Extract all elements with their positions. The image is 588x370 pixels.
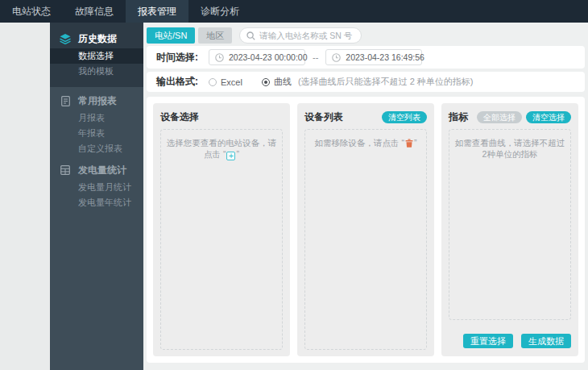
sidebar-group-energy-stats-title[interactable]: 发电量统计 — [50, 160, 143, 180]
table-icon — [60, 165, 71, 175]
top-navbar: 电站状态 故障信息 报表管理 诊断分析 — [0, 0, 588, 23]
device-select-dropzone[interactable]: 选择您要查看的电站设备，请点击 “+” — [160, 129, 283, 350]
radio-excel[interactable]: Excel — [209, 77, 242, 87]
main-content: 电站/SN 地区 时间选择: — [143, 23, 588, 370]
start-datetime-value: 2023-04-23 00:00:00 — [229, 52, 308, 62]
nav-item-report-management[interactable]: 报表管理 — [126, 0, 188, 23]
layers-icon — [60, 34, 71, 44]
select-all-indicators-button[interactable]: 全部选择 — [477, 111, 522, 123]
date-range-separator: -- — [313, 52, 318, 62]
indicators-title: 指标 — [449, 110, 473, 124]
nav-item-fault-info[interactable]: 故障信息 — [63, 0, 126, 23]
sidebar-group-history: 历史数据 数据选择 我的模板 — [50, 23, 143, 87]
panel-footer-actions: 重置选择 生成数据 — [449, 334, 571, 350]
clock-icon — [215, 53, 224, 62]
device-select-panel-header: 设备选择 — [160, 110, 283, 124]
device-list-dropzone[interactable]: 如需移除设备，请点击 “” — [304, 129, 427, 350]
clear-device-list-button[interactable]: 清空列表 — [382, 111, 427, 123]
search-icon — [246, 31, 255, 40]
output-format-label: 输出格式: — [156, 75, 198, 89]
sidebar-item-my-templates[interactable]: 我的模板 — [50, 64, 143, 79]
indicators-placeholder: 如需查看曲线，请选择不超过2种单位的指标 — [454, 137, 565, 160]
sidebar-item-energy-yearly-stats[interactable]: 发电量年统计 — [50, 195, 143, 210]
time-select-label: 时间选择: — [156, 51, 198, 64]
device-list-panel-header: 设备列表 清空列表 — [304, 110, 427, 124]
search-input[interactable] — [259, 31, 354, 40]
reset-selection-button[interactable]: 重置选择 — [463, 334, 513, 348]
selection-container: 设备选择 选择您要查看的电站设备，请点击 “+” 设备列表 清空列表 如需移除设… — [147, 97, 585, 363]
clock-icon — [332, 53, 341, 62]
document-icon — [60, 96, 71, 106]
indicators-panel: 指标 全部选择 清空选择 如需查看曲线，请选择不超过2种单位的指标 重置选择 生… — [441, 103, 578, 356]
region-tab[interactable]: 地区 — [198, 27, 232, 44]
device-list-panel: 设备列表 清空列表 如需移除设备，请点击 “” — [297, 103, 434, 356]
sidebar-group-energy-stats: 发电量统计 发电量月统计 发电量年统计 — [50, 160, 143, 210]
sidebar-item-custom-report[interactable]: 自定义报表 — [50, 141, 143, 156]
device-list-placeholder: 如需移除设备，请点击 “” — [315, 137, 417, 150]
add-device-icon[interactable]: + — [226, 152, 235, 160]
generate-data-button[interactable]: 生成数据 — [521, 334, 571, 348]
nav-item-station-status[interactable]: 电站状态 — [0, 0, 63, 23]
sidebar-group-history-title[interactable]: 历史数据 — [50, 29, 143, 48]
sidebar-group-history-label: 历史数据 — [78, 32, 117, 46]
output-format-card: 输出格式: Excel 曲线 (选择曲线后只能选择不超过 2 种单位的指标) — [147, 72, 585, 92]
time-filter-card: 时间选择: 2023-04-23 00:00:00 -- — [147, 46, 585, 69]
nav-item-diagnosis[interactable]: 诊断分析 — [188, 0, 251, 23]
radio-curve[interactable]: 曲线 (选择曲线后只能选择不超过 2 种单位的指标) — [262, 76, 474, 88]
device-select-title: 设备选择 — [160, 110, 283, 124]
sidebar-item-data-selection[interactable]: 数据选择 — [50, 48, 143, 64]
start-datetime-input[interactable]: 2023-04-23 00:00:00 — [209, 49, 305, 65]
end-datetime-input[interactable]: 2023-04-23 16:49:56 — [325, 49, 422, 65]
sidebar-item-monthly-report[interactable]: 月报表 — [50, 110, 143, 126]
indicators-dropzone[interactable]: 如需查看曲线，请选择不超过2种单位的指标 — [449, 129, 571, 320]
sidebar: 历史数据 数据选择 我的模板 常用报表 月报表 年报表 自定义报表 — [50, 23, 143, 370]
device-select-panel: 设备选择 选择您要查看的电站设备，请点击 “+” — [153, 103, 290, 356]
sidebar-group-energy-stats-label: 发电量统计 — [78, 164, 126, 177]
radio-unchecked-icon — [209, 78, 217, 86]
end-datetime-value: 2023-04-23 16:49:56 — [346, 52, 424, 62]
radio-excel-label: Excel — [221, 77, 242, 87]
sidebar-group-common-reports-title[interactable]: 常用报表 — [50, 91, 143, 110]
device-select-placeholder: 选择您要查看的电站设备，请点击 “+” — [166, 137, 277, 160]
app-window: 电站状态 故障信息 报表管理 诊断分析 历史数据 数据选择 我的模板 — [0, 0, 588, 370]
device-list-title: 设备列表 — [304, 110, 378, 124]
search-box — [239, 27, 362, 44]
sidebar-group-common-reports: 常用报表 月报表 年报表 自定义报表 — [50, 91, 143, 156]
trash-icon — [405, 139, 413, 149]
clear-indicators-button[interactable]: 清空选择 — [526, 111, 571, 123]
sidebar-item-energy-monthly-stats[interactable]: 发电量月统计 — [50, 180, 143, 195]
radio-checked-icon — [262, 78, 270, 86]
sidebar-item-yearly-report[interactable]: 年报表 — [50, 126, 143, 141]
radio-curve-note: (选择曲线后只能选择不超过 2 种单位的指标) — [298, 76, 474, 88]
radio-curve-label: 曲线 — [274, 76, 292, 88]
indicators-panel-header: 指标 全部选择 清空选择 — [449, 110, 571, 124]
sidebar-group-common-reports-label: 常用报表 — [78, 94, 117, 108]
search-filter-row: 电站/SN 地区 — [147, 27, 362, 44]
station-sn-tab[interactable]: 电站/SN — [147, 27, 195, 44]
